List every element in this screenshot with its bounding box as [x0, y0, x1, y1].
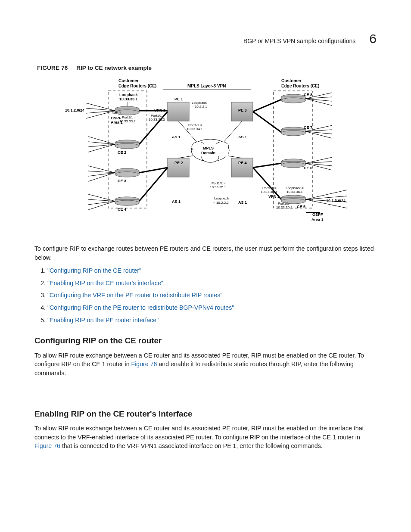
text-ce1: CE 1	[112, 111, 121, 115]
text-ce6: CE 6	[304, 166, 312, 170]
text-ce7: CE 7	[304, 125, 312, 130]
router-ce7-icon	[281, 127, 305, 136]
text-pe2-p12-a: Port1/2 =	[212, 181, 226, 185]
step-3-link[interactable]: "Configuring the VRF on the PE router to…	[47, 292, 222, 299]
steps-list: "Configuring RIP on the CE router" "Enab…	[34, 266, 377, 324]
network-diagram: Customer Edge Routers (CE) MPLS Layer-3 …	[62, 78, 349, 233]
step-1-link[interactable]: "Configuring RIP on the CE router"	[47, 267, 141, 274]
text-loop-left-1: Loopback =	[119, 93, 141, 97]
step-2: "Enabling RIP on the CE router's interfa…	[47, 279, 377, 288]
text-ce5-p363-b: 10.33.36.3	[261, 190, 277, 194]
svg-line-41	[253, 112, 281, 132]
text-net-right: 10.1.3.0/24	[326, 199, 346, 203]
text-ce5-p362-a: Port1/1 =	[278, 202, 292, 205]
text-loop-right-a: Loopback =	[286, 186, 304, 190]
text-loop-left-2: 10.33.33.1	[119, 97, 138, 101]
text-as1-lr: AS 1	[238, 200, 247, 205]
text-pe3: PE 3	[238, 108, 247, 112]
figure-title: RIP to CE network example	[76, 65, 152, 71]
text-net-left: 10.1.2.0/24	[65, 108, 84, 112]
step-5: "Enabling RIP on the PE router interface…	[47, 316, 377, 325]
svg-point-58	[281, 131, 305, 136]
step-2-link[interactable]: "Enabling RIP on the CE router's interfa…	[47, 280, 163, 286]
text-vpn1-right: VPN 1	[268, 194, 280, 199]
svg-point-65	[281, 162, 305, 168]
text-as1-ul: AS 1	[172, 135, 181, 139]
step-3: "Configuring the VRF on the PE router to…	[47, 291, 377, 300]
text-ospf-right-a: OSPF	[312, 212, 323, 217]
text-mpls-l3: MPLS Layer-3 VPN	[187, 84, 226, 88]
svg-line-54	[305, 99, 332, 101]
figure-number: FIGURE 76	[37, 65, 68, 71]
router-pe1-icon	[168, 102, 189, 121]
text-ce-left-1: Customer	[118, 78, 139, 83]
router-ce3-icon	[115, 168, 139, 177]
svg-line-31	[88, 201, 115, 210]
section-1-body: To allow RIP route exchange between a CE…	[34, 351, 377, 378]
step-4-link[interactable]: "Configuring RIP on the PE router to red…	[47, 304, 234, 311]
text-pe1-p12-a: Port1/2 =	[188, 123, 202, 127]
chapter-number: 6	[369, 29, 377, 48]
router-ce4-icon	[115, 197, 139, 205]
svg-point-20	[115, 172, 139, 177]
svg-line-40	[253, 100, 281, 112]
text-ce2: CE 2	[118, 150, 126, 155]
step-1: "Configuring RIP on the CE router"	[47, 266, 377, 275]
svg-line-73	[305, 190, 347, 199]
text-pe2: PE 2	[174, 161, 183, 165]
svg-line-30	[88, 201, 115, 205]
svg-line-55	[305, 99, 332, 106]
section-2-body-b: that is connected to the VRF VPN1 associ…	[60, 442, 323, 449]
svg-line-62	[305, 131, 332, 138]
step-5-link[interactable]: "Enabling RIP on the PE router interface…	[47, 317, 159, 324]
svg-point-13	[115, 143, 139, 149]
text-pe2-loop-a: Loopback	[214, 196, 230, 200]
section-2-figlink[interactable]: Figure 76	[34, 442, 60, 449]
svg-line-61	[305, 131, 332, 134]
figure-caption: FIGURE 76 RIP to CE network example	[37, 64, 377, 72]
text-as1-ll: AS 1	[172, 199, 181, 204]
section-1-figlink[interactable]: Figure 76	[131, 361, 157, 367]
text-ce3: CE 3	[118, 179, 126, 183]
section-2-body: To allow RIP route exchange between a CE…	[34, 424, 377, 451]
text-ce5: CE 5	[297, 205, 305, 209]
svg-line-42	[253, 163, 281, 168]
svg-point-27	[115, 200, 139, 205]
section-2-body-a: To allow RIP route exchange between a CE…	[34, 425, 364, 441]
text-ce1-port-a: Port1/1 =	[122, 115, 136, 119]
text-ce-left-2: Edge Routers (CE)	[118, 84, 156, 88]
page-header: BGP or MPLS VPN sample configurations 6	[34, 29, 377, 48]
svg-line-24	[88, 173, 115, 181]
text-pe2-loop-b: = 10.2.2.2	[213, 201, 229, 205]
text-mpls-domain-b: Domain	[201, 151, 215, 155]
text-ce4: CE 4	[118, 207, 126, 212]
text-as1-ur: AS 1	[238, 135, 247, 139]
intro-paragraph: To configure RIP to exchange routes betw…	[34, 244, 377, 262]
text-pe1-loop-b: = 10.2.2.1	[192, 105, 207, 109]
text-ce-right-1: Customer	[281, 78, 302, 83]
text-ce5-p362-b: 10.33.36.2	[276, 205, 293, 209]
text-pe4: PE 4	[238, 161, 247, 165]
step-4: "Configuring RIP on the PE router to red…	[47, 303, 377, 312]
section-1-title: Configuring RIP on the CE router	[34, 335, 377, 347]
router-ce6-icon	[281, 159, 305, 168]
text-pe1-p12-b: 10.33.34.1	[187, 127, 203, 131]
svg-line-23	[88, 173, 115, 176]
text-ce8: CE 8	[304, 93, 312, 97]
text-ce-right-2: Edge Routers (CE)	[281, 84, 319, 88]
text-ce5-p363-a: Port1/1 =	[262, 186, 277, 190]
router-ce2-icon	[115, 140, 139, 149]
text-mpls-domain-a: MPLS	[203, 146, 214, 150]
text-pe1: PE 1	[174, 97, 183, 101]
svg-point-51	[281, 98, 305, 103]
text-pe1-loop-a: Loopback	[192, 101, 207, 105]
text-ospf-right-b: Area 1	[311, 218, 324, 222]
section-2-title: Enabling RIP on the CE router's interfac…	[34, 408, 377, 420]
text-loop-right-b: 10.33.36.1	[286, 190, 303, 194]
router-ce8-icon	[281, 94, 305, 103]
header-title: BGP or MPLS VPN sample configurations	[243, 37, 355, 45]
text-pe2-p12-b: 10.33.35.1	[210, 185, 226, 189]
text-ce1-port-b: 10.33.33.2	[119, 119, 136, 123]
